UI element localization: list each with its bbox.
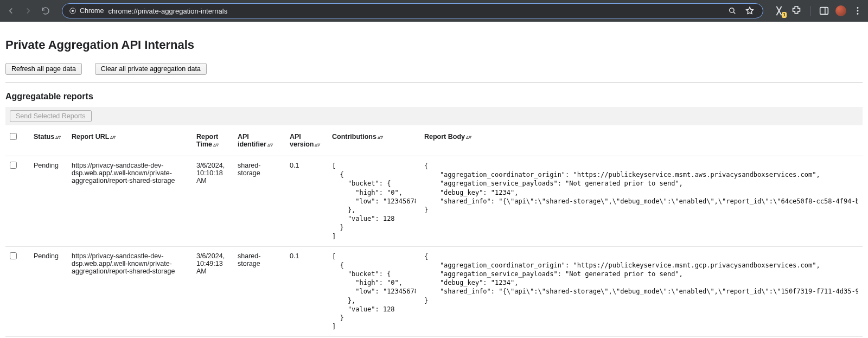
browser-toolbar: Chrome chrome://private-aggregation-inte… bbox=[0, 0, 868, 22]
row-checkbox[interactable] bbox=[10, 252, 17, 259]
table-row: Pending https://privacy-sandcastle-dev-d… bbox=[5, 246, 863, 337]
extension-button-1[interactable]: 1 bbox=[773, 5, 785, 17]
sort-icon: ▵▿ bbox=[378, 134, 383, 140]
svg-point-5 bbox=[857, 10, 859, 12]
svg-rect-3 bbox=[820, 8, 828, 15]
sort-icon: ▵▿ bbox=[315, 142, 320, 148]
avatar[interactable] bbox=[835, 5, 846, 16]
sort-icon: ▵▿ bbox=[55, 134, 61, 140]
header-contributions-label: Contributions bbox=[332, 133, 376, 141]
header-report-url-label: Report URL bbox=[72, 133, 109, 141]
header-report-body[interactable]: Report Body▵▿ bbox=[420, 125, 863, 156]
table-header-row: Status▵▿ Report URL▵▿ Report Time▵▿ API … bbox=[5, 125, 863, 156]
extension-badge: 1 bbox=[782, 12, 787, 18]
header-report-body-label: Report Body bbox=[424, 133, 465, 141]
section-title: Aggregatable reports bbox=[5, 92, 863, 101]
table-row: Pending https://privacy-sandcastle-dev-d… bbox=[5, 156, 863, 247]
cell-report-time: 3/6/2024, 10:10:18 AM bbox=[192, 156, 233, 247]
header-api-version[interactable]: API version▵▿ bbox=[285, 125, 328, 156]
contributions-json: [ { "bucket": { "high": "0", "low": "123… bbox=[332, 252, 416, 331]
clear-button[interactable]: Clear all private aggregation data bbox=[95, 63, 207, 75]
cell-api-version: 0.1 bbox=[285, 156, 328, 247]
sort-icon: ▵▿ bbox=[466, 134, 471, 140]
send-selected-button[interactable]: Send Selected Reports bbox=[10, 110, 92, 122]
send-bar: Send Selected Reports bbox=[5, 107, 863, 125]
svg-point-2 bbox=[730, 8, 734, 12]
svg-point-6 bbox=[857, 13, 859, 15]
sort-icon: ▵▿ bbox=[213, 142, 219, 148]
sort-icon: ▵▿ bbox=[110, 134, 116, 140]
reports-table: Status▵▿ Report URL▵▿ Report Time▵▿ API … bbox=[5, 125, 863, 337]
header-contributions[interactable]: Contributions▵▿ bbox=[328, 125, 420, 156]
cell-report-body: { "aggregation_coordinator_origin": "htt… bbox=[420, 156, 863, 247]
url-text: chrome://private-aggregation-internals bbox=[108, 7, 227, 15]
chrome-icon bbox=[69, 7, 76, 15]
cell-status: Pending bbox=[29, 246, 67, 337]
menu-icon[interactable] bbox=[852, 5, 864, 17]
side-panel-icon[interactable] bbox=[818, 5, 830, 17]
site-chip: Chrome bbox=[69, 7, 104, 15]
forward-button[interactable] bbox=[22, 4, 35, 17]
bookmark-icon[interactable] bbox=[743, 4, 756, 17]
back-button[interactable] bbox=[4, 4, 17, 17]
site-chip-label: Chrome bbox=[80, 7, 104, 15]
header-status[interactable]: Status▵▿ bbox=[29, 125, 67, 156]
header-report-url[interactable]: Report URL▵▿ bbox=[67, 125, 192, 156]
extensions-icon[interactable] bbox=[790, 5, 802, 17]
action-buttons: Refresh all page data Clear all private … bbox=[5, 63, 863, 75]
header-api-version-label: API version bbox=[290, 133, 314, 148]
header-status-label: Status bbox=[34, 133, 54, 141]
cell-contributions: [ { "bucket": { "high": "0", "low": "123… bbox=[328, 246, 420, 337]
cell-status: Pending bbox=[29, 156, 67, 247]
header-report-time[interactable]: Report Time▵▿ bbox=[192, 125, 233, 156]
report-body-json: { "aggregation_coordinator_origin": "htt… bbox=[424, 252, 858, 305]
page-title: Private Aggregation API Internals bbox=[5, 38, 863, 52]
separator bbox=[5, 82, 863, 83]
sort-icon: ▵▿ bbox=[267, 142, 273, 148]
page-content: Private Aggregation API Internals Refres… bbox=[0, 22, 868, 338]
cell-contributions: [ { "bucket": { "high": "0", "low": "123… bbox=[328, 156, 420, 247]
refresh-button[interactable]: Refresh all page data bbox=[5, 63, 82, 75]
omnibox[interactable]: Chrome chrome://private-aggregation-inte… bbox=[62, 3, 763, 18]
svg-point-1 bbox=[72, 10, 74, 12]
svg-point-4 bbox=[857, 7, 859, 9]
reload-button[interactable] bbox=[39, 4, 52, 17]
contributions-json: [ { "bucket": { "high": "0", "low": "123… bbox=[332, 162, 416, 241]
cell-api-identifier: shared-storage bbox=[233, 246, 285, 337]
cell-api-version: 0.1 bbox=[285, 246, 328, 337]
row-checkbox[interactable] bbox=[10, 162, 17, 169]
toolbar-divider bbox=[810, 6, 810, 16]
cell-report-url: https://privacy-sandcastle-dev-dsp.web.a… bbox=[67, 246, 192, 337]
select-all-checkbox[interactable] bbox=[10, 133, 17, 140]
cell-api-identifier: shared-storage bbox=[233, 156, 285, 247]
cell-report-body: { "aggregation_coordinator_origin": "htt… bbox=[420, 246, 863, 337]
header-api-identifier-label: API identifier bbox=[238, 133, 266, 148]
header-api-identifier[interactable]: API identifier▵▿ bbox=[233, 125, 285, 156]
cell-report-url: https://privacy-sandcastle-dev-dsp.web.a… bbox=[67, 156, 192, 247]
header-checkbox-cell bbox=[5, 125, 29, 156]
cell-report-time: 3/6/2024, 10:49:13 AM bbox=[192, 246, 233, 337]
report-body-json: { "aggregation_coordinator_origin": "htt… bbox=[424, 162, 858, 214]
zoom-icon[interactable] bbox=[726, 4, 739, 17]
